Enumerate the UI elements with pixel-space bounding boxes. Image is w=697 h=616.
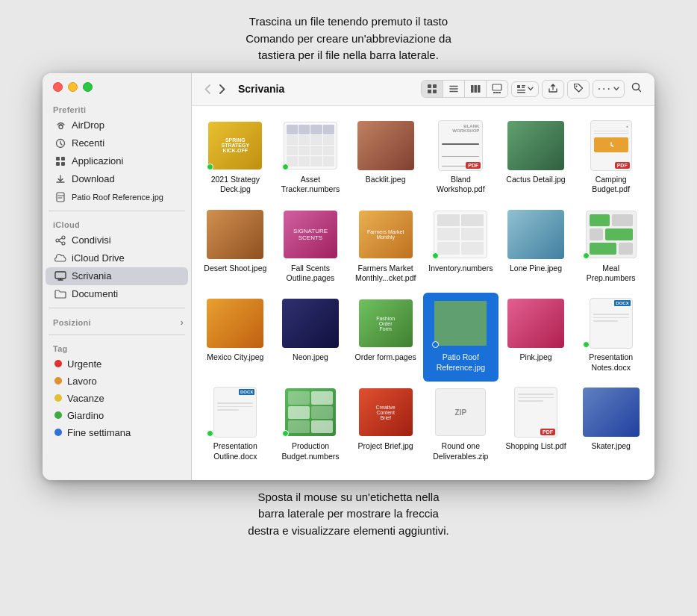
sidebar-item-condivisi[interactable]: Condivisi bbox=[46, 231, 188, 249]
patio-ref-label: Patio Roof Reference.jpg bbox=[72, 193, 163, 202]
mexico-name: Mexico City.jpeg bbox=[207, 352, 263, 363]
more-button[interactable]: ··· bbox=[593, 80, 625, 98]
vacanze-dot bbox=[54, 394, 62, 402]
divider-2 bbox=[49, 308, 185, 308]
sidebar-item-fine-settimana[interactable]: Fine settimana bbox=[46, 424, 188, 441]
sidebar-item-airdrop[interactable]: AirDrop bbox=[46, 116, 188, 134]
back-button[interactable] bbox=[201, 82, 214, 96]
svg-point-8 bbox=[62, 236, 65, 239]
sidebar-item-icloud-drive[interactable]: iCloud Drive bbox=[46, 249, 188, 267]
file-item-patio[interactable]: Patio Roof Reference.jpg bbox=[423, 293, 498, 382]
fine-settimana-dot bbox=[54, 429, 62, 436]
svg-rect-24 bbox=[522, 87, 525, 88]
fall-thumb: SIGNATURESCENTS bbox=[281, 208, 340, 261]
file-item-pink[interactable]: Pink.jpeg bbox=[498, 293, 574, 382]
svg-rect-12 bbox=[433, 84, 437, 88]
condivisi-label: Condivisi bbox=[72, 234, 111, 246]
file-item-asset[interactable]: Asset Tracker.numbers bbox=[273, 115, 348, 204]
sidebar-item-giardino[interactable]: Giardino bbox=[46, 407, 188, 424]
file-item-neon[interactable]: Neon.jpeg bbox=[273, 293, 348, 382]
search-button[interactable] bbox=[628, 80, 646, 98]
sidebar-item-vacanze[interactable]: Vacanze bbox=[46, 390, 188, 407]
patio-status-dot bbox=[432, 341, 439, 348]
asset-name: Asset Tracker.numbers bbox=[277, 175, 344, 195]
sidebar-item-urgente[interactable]: Urgente bbox=[46, 355, 188, 373]
urgente-dot bbox=[54, 360, 62, 367]
sidebar-item-lavoro[interactable]: Lavoro bbox=[46, 373, 188, 390]
svg-rect-5 bbox=[61, 162, 65, 166]
file-item-backlit[interactable]: Backlit.jpeg bbox=[348, 115, 423, 204]
folder-icon bbox=[54, 288, 66, 300]
camping-thumb: ● PDF bbox=[581, 119, 641, 172]
giardino-label: Giardino bbox=[67, 410, 104, 421]
file-item-pres-out[interactable]: DOCX Presentation Outline.docx bbox=[198, 382, 273, 470]
gallery-view-button[interactable] bbox=[487, 81, 507, 97]
traffic-lights bbox=[43, 82, 191, 101]
close-button[interactable] bbox=[53, 82, 63, 92]
file-grid: SPRINGSTRATEGYKICK-OFF 2021 Strategy Dec… bbox=[192, 106, 654, 480]
file-item-round[interactable]: ZIP Round one Deliverables.zip bbox=[423, 382, 498, 470]
pres-out-thumb: DOCX bbox=[205, 386, 265, 438]
sidebar-item-download[interactable]: Download bbox=[46, 170, 188, 188]
file-item-meal[interactable]: Meal Prep.numbers bbox=[573, 204, 648, 293]
prod-thumb bbox=[281, 386, 340, 438]
file-item-bland[interactable]: BLANKWORKSHOP PDF Bland Workshop.pdf bbox=[423, 115, 498, 204]
posizioni-section-label: Posizioni › bbox=[43, 313, 191, 330]
file-item-prod[interactable]: Production Budget.numbers bbox=[273, 382, 348, 470]
neon-thumb bbox=[281, 297, 340, 349]
file-item-skater[interactable]: Skater.jpeg bbox=[573, 382, 648, 470]
tag-button[interactable] bbox=[567, 80, 590, 99]
file-item-cactus[interactable]: Cactus Detail.jpg bbox=[498, 115, 574, 204]
sidebar-item-recenti[interactable]: Recenti bbox=[46, 134, 188, 152]
forward-button[interactable] bbox=[216, 82, 229, 96]
file-item-strategy[interactable]: SPRINGSTRATEGYKICK-OFF 2021 Strategy Dec… bbox=[198, 115, 273, 204]
file-item-order[interactable]: FashionOrderForm Order form.pages bbox=[348, 293, 423, 382]
cactus-thumb bbox=[506, 119, 566, 172]
sidebar-item-applicazioni[interactable]: Applicazioni bbox=[46, 152, 188, 170]
file-item-proj[interactable]: CreativeContentBrief Project Brief.jpg bbox=[348, 382, 423, 470]
file-item-camping[interactable]: ● PDF Camping Budget.pdf bbox=[573, 115, 648, 204]
sidebar-item-scrivania[interactable]: Scrivania bbox=[46, 267, 188, 285]
file-item-desert[interactable]: Desert Shoot.jpeg bbox=[198, 204, 273, 293]
list-view-button[interactable] bbox=[443, 81, 465, 97]
grid-view-button[interactable] bbox=[422, 81, 443, 97]
download-icon bbox=[54, 173, 66, 185]
divider-3 bbox=[49, 335, 185, 335]
proj-name: Project Brief.jpg bbox=[358, 441, 413, 452]
desert-name: Desert Shoot.jpeg bbox=[204, 264, 266, 274]
outer-container: Trascina un file tenendo premuto il tast… bbox=[0, 0, 697, 616]
svg-rect-6 bbox=[57, 193, 64, 202]
file-item-pres-notes[interactable]: DOCX Presentation Notes.docx bbox=[573, 293, 648, 382]
documenti-label: Documenti bbox=[72, 288, 118, 299]
skater-thumb bbox=[581, 386, 641, 438]
column-view-button[interactable] bbox=[465, 81, 487, 97]
share-button[interactable] bbox=[542, 80, 564, 99]
sidebar-item-patio-ref[interactable]: Patio Roof Reference.jpg bbox=[46, 188, 188, 206]
prod-name: Production Budget.numbers bbox=[277, 441, 344, 461]
file-item-mexico[interactable]: Mexico City.jpeg bbox=[198, 293, 273, 382]
finder-window: Preferiti AirDrop bbox=[43, 73, 654, 480]
file-item-inventory[interactable]: Inventory.numbers bbox=[423, 204, 498, 293]
sidebar-item-documenti[interactable]: Documenti bbox=[46, 285, 188, 303]
recenti-label: Recenti bbox=[72, 137, 104, 149]
file-item-lone[interactable]: Lone Pine.jpeg bbox=[498, 204, 574, 293]
svg-rect-17 bbox=[478, 85, 481, 93]
group-button[interactable] bbox=[511, 81, 539, 97]
airdrop-icon bbox=[54, 119, 66, 131]
meal-name: Meal Prep.numbers bbox=[578, 264, 645, 284]
minimize-button[interactable] bbox=[68, 82, 78, 92]
view-controls bbox=[421, 80, 508, 98]
bland-name: Bland Workshop.pdf bbox=[427, 175, 494, 195]
svg-rect-25 bbox=[517, 90, 525, 91]
file-item-shopping[interactable]: PDF Shopping List.pdf bbox=[498, 382, 574, 470]
svg-point-27 bbox=[575, 85, 577, 87]
pink-name: Pink.jpeg bbox=[519, 352, 551, 363]
fullscreen-button[interactable] bbox=[83, 82, 93, 92]
toolbar-right: ··· bbox=[421, 80, 646, 99]
download-label: Download bbox=[72, 173, 115, 184]
mexico-thumb bbox=[205, 297, 265, 349]
file-item-farmers[interactable]: Farmers MarketMonthly Farmers Market Mon… bbox=[348, 204, 423, 293]
farmers-thumb: Farmers MarketMonthly bbox=[356, 208, 416, 261]
file-item-fall[interactable]: SIGNATURESCENTS Fall Scents Outline.page… bbox=[273, 204, 348, 293]
main-content: Scrivania bbox=[192, 73, 654, 480]
